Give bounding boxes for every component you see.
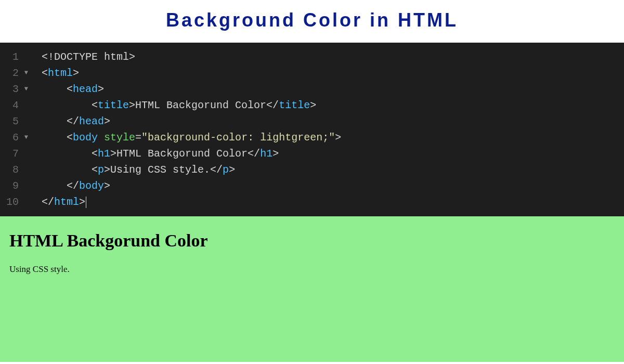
- fold-icon[interactable]: ▼: [22, 84, 28, 94]
- token-tag-bracket: </: [67, 115, 79, 127]
- line-gutter: 8: [0, 162, 31, 178]
- preview-heading: HTML Backgorund Color: [9, 231, 615, 251]
- rendered-preview: HTML Backgorund Color Using CSS style.: [0, 216, 624, 362]
- token-tag-bracket: >: [104, 180, 110, 192]
- token-tag-name: html: [48, 67, 73, 79]
- code-content[interactable]: </body>: [31, 178, 110, 194]
- code-content[interactable]: </html>: [31, 194, 86, 210]
- line-number: 2: [12, 65, 19, 81]
- token-tag-name: p: [223, 164, 229, 176]
- line-gutter: 5: [0, 113, 31, 129]
- token-tag-name: head: [79, 115, 104, 127]
- token-tag-bracket: </: [210, 164, 223, 176]
- line-number: 9: [12, 178, 19, 194]
- code-line[interactable]: 2▼<html>: [0, 65, 624, 81]
- code-line[interactable]: 4 <title>HTML Backgorund Color</title>: [0, 97, 624, 113]
- code-content[interactable]: <head>: [31, 81, 104, 97]
- code-content[interactable]: <html>: [31, 65, 79, 81]
- token-tag-bracket: <: [92, 99, 98, 111]
- code-content[interactable]: <h1>HTML Backgorund Color</h1>: [31, 146, 279, 162]
- token-tag-name: body: [73, 132, 98, 144]
- token-tag-bracket: =: [135, 132, 141, 144]
- token-tag-bracket: <: [92, 164, 98, 176]
- line-gutter: 6▼: [0, 129, 31, 146]
- token-tag-bracket: >: [104, 115, 110, 127]
- code-line[interactable]: 7 <h1>HTML Backgorund Color</h1>: [0, 146, 624, 162]
- token-tag-name: title: [98, 99, 129, 111]
- code-line[interactable]: 1<!DOCTYPE html>: [0, 49, 624, 65]
- token-tag-name: h1: [260, 148, 272, 160]
- token-tag-bracket: >: [73, 67, 79, 79]
- code-line[interactable]: 6▼ <body style="background-color: lightg…: [0, 129, 624, 146]
- line-number: 4: [12, 97, 19, 113]
- token-tag-bracket: >: [229, 164, 235, 176]
- code-line[interactable]: 9 </body>: [0, 178, 624, 194]
- token-tag-bracket: <: [67, 83, 73, 95]
- preview-paragraph: Using CSS style.: [9, 264, 615, 275]
- token-tag-bracket: <: [67, 132, 73, 144]
- token-tag-bracket: </: [266, 99, 279, 111]
- token-text-content: [98, 132, 104, 144]
- token-doctype: <!DOCTYPE html>: [42, 51, 135, 63]
- token-tag-bracket: <: [42, 67, 48, 79]
- token-tag-name: p: [98, 164, 104, 176]
- line-number: 10: [6, 194, 19, 210]
- code-content[interactable]: <!DOCTYPE html>: [31, 49, 135, 65]
- token-tag-bracket: >: [110, 148, 116, 160]
- token-tag-bracket: <: [92, 148, 98, 160]
- text-cursor: [86, 197, 86, 208]
- token-tag-bracket: >: [104, 164, 110, 176]
- token-tag-bracket: >: [79, 196, 85, 208]
- code-line[interactable]: 10</html>: [0, 194, 624, 210]
- code-line[interactable]: 3▼ <head>: [0, 81, 624, 97]
- token-tag-bracket: >: [310, 99, 316, 111]
- line-number: 5: [12, 113, 19, 129]
- token-attr-value: "background-color: lightgreen;": [141, 132, 335, 144]
- line-gutter: 7: [0, 146, 31, 162]
- token-tag-bracket: >: [272, 148, 279, 160]
- code-content[interactable]: <p>Using CSS style.</p>: [31, 162, 235, 178]
- token-text-content: HTML Backgorund Color: [116, 148, 248, 160]
- line-gutter: 3▼: [0, 81, 31, 97]
- token-text-content: HTML Backgorund Color: [135, 99, 266, 111]
- code-content[interactable]: <title>HTML Backgorund Color</title>: [31, 97, 316, 113]
- fold-icon[interactable]: ▼: [22, 68, 28, 78]
- token-tag-bracket: </: [248, 148, 260, 160]
- line-gutter: 4: [0, 97, 31, 113]
- token-tag-bracket: >: [335, 132, 341, 144]
- token-text-content: Using CSS style.: [110, 164, 210, 176]
- line-number: 1: [12, 49, 19, 65]
- code-content[interactable]: <body style="background-color: lightgree…: [31, 129, 341, 146]
- line-gutter: 10: [0, 194, 31, 210]
- token-tag-bracket: >: [129, 99, 135, 111]
- page-title: Background Color in HTML: [0, 9, 624, 31]
- token-tag-name: title: [279, 99, 310, 111]
- line-gutter: 2▼: [0, 65, 31, 81]
- code-line[interactable]: 5 </head>: [0, 113, 624, 129]
- fold-icon[interactable]: ▼: [22, 133, 28, 142]
- token-tag-bracket: >: [98, 83, 104, 95]
- code-line[interactable]: 8 <p>Using CSS style.</p>: [0, 162, 624, 178]
- line-number: 8: [12, 162, 19, 178]
- page-header: Background Color in HTML: [0, 0, 624, 43]
- line-number: 3: [12, 81, 19, 97]
- token-tag-bracket: </: [42, 196, 54, 208]
- code-content[interactable]: </head>: [31, 113, 110, 129]
- line-number: 7: [12, 146, 19, 162]
- token-tag-name: body: [79, 180, 104, 192]
- token-tag-name: html: [54, 196, 79, 208]
- line-gutter: 1: [0, 49, 31, 65]
- token-attr-name: style: [104, 132, 135, 144]
- line-number: 6: [12, 129, 19, 146]
- token-tag-name: h1: [98, 148, 110, 160]
- code-editor[interactable]: 1<!DOCTYPE html>2▼<html>3▼ <head>4 <titl…: [0, 43, 624, 216]
- line-gutter: 9: [0, 178, 31, 194]
- token-tag-bracket: </: [67, 180, 79, 192]
- token-tag-name: head: [73, 83, 98, 95]
